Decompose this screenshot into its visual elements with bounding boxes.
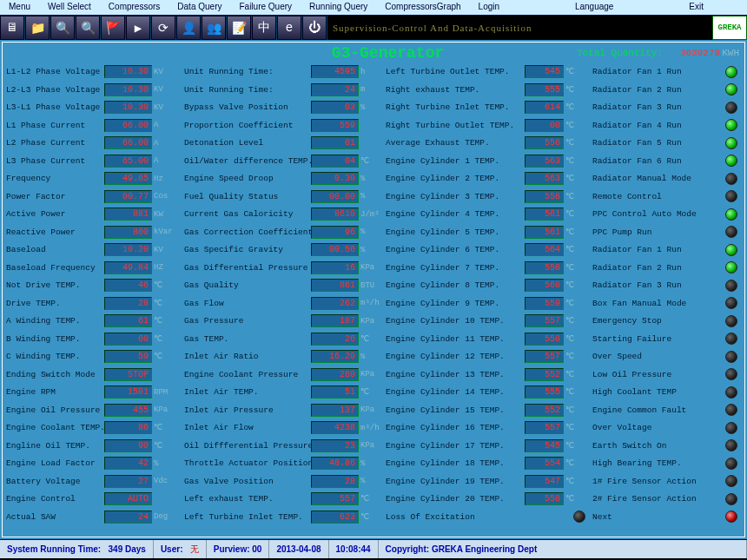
- data-row: Engine Coolant TEMP. 86℃: [4, 419, 182, 437]
- toolbar-btn-0[interactable]: 🖥: [0, 16, 24, 40]
- value-box: 558: [525, 261, 564, 274]
- toolbar-btn-1[interactable]: 📁: [25, 16, 50, 40]
- unit-label: ℃: [359, 512, 383, 522]
- data-row: Engine Cylinder 4 TEMP. 561℃: [384, 206, 591, 223]
- data-row: Fuel Quality Status 00.00%: [182, 188, 384, 206]
- field-label: L2-L3 Phase Voltage: [4, 85, 104, 95]
- data-row: Engine Oil Pressure 455KPa: [4, 402, 182, 419]
- copy-value: GREKA Engineering Dept: [432, 544, 537, 554]
- value-box: 42: [104, 457, 152, 470]
- field-label: Engine Coolant Pressure: [182, 370, 311, 379]
- menu-running-query[interactable]: Running Query: [301, 0, 376, 15]
- status-row: PPC Pump Run: [591, 224, 743, 241]
- value-box: AUTO: [104, 492, 152, 505]
- field-label: Actual SAW: [4, 512, 104, 522]
- toolbar-btn-5[interactable]: ▶: [126, 16, 150, 40]
- unit-label: h: [359, 68, 383, 76]
- unit-label: ℃: [564, 423, 588, 432]
- value-box: 65.00: [104, 155, 152, 168]
- unit-label: ℃: [564, 85, 588, 95]
- status-row: Radiator Fan 3 Run: [591, 99, 743, 116]
- data-row: Right exhaust TEMP. 555℃: [384, 82, 591, 99]
- menu-data-query[interactable]: Data Query: [169, 0, 230, 15]
- led-icon: [725, 190, 737, 202]
- data-row: Unit Running Time: 4595h: [182, 63, 384, 81]
- data-row: Engine Control AUTO: [4, 491, 182, 508]
- field-label: High Coolant TEMP: [591, 387, 708, 397]
- unit-label: KPa: [359, 405, 383, 414]
- field-label: Right Turbine Inlet TEMP.: [384, 102, 525, 112]
- field-label: Engine RPM: [4, 387, 104, 397]
- data-row: Active Power 881KW: [4, 206, 182, 223]
- field-label: Left Turbine Outlet TEMP.: [384, 67, 525, 76]
- menu-exit[interactable]: Exit: [680, 0, 712, 15]
- field-label: Engine Cylinder 12 TEMP.: [384, 352, 525, 361]
- field-label: High Bearing TEMP.: [591, 458, 708, 468]
- value-box: 66.00: [104, 136, 152, 149]
- field-label: Engine Cylinder 9 TEMP.: [384, 299, 525, 308]
- unit-label: ℃: [359, 156, 383, 166]
- data-row: Unit Running Time: 24m: [182, 82, 384, 99]
- menu-menu[interactable]: Menu: [0, 0, 39, 15]
- data-row: Frequency 49.85Hz: [4, 170, 182, 188]
- led-icon: [725, 297, 737, 309]
- toolbar-btn-4[interactable]: 🚩: [101, 16, 125, 40]
- unit-label: kVar: [152, 227, 176, 236]
- toolbar-btn-7[interactable]: 👤: [176, 16, 201, 40]
- field-label: Engine Cylinder 6 TEMP.: [384, 245, 525, 254]
- data-row: Engine Cylinder 12 TEMP. 557℃: [384, 348, 591, 366]
- unit-label: ℃: [564, 299, 588, 308]
- led-icon: [573, 511, 585, 523]
- field-label: Next: [591, 512, 708, 522]
- data-row: Engine Cylinder 18 TEMP. 554℃: [384, 455, 591, 472]
- value-box: 554: [525, 457, 564, 470]
- data-row: Detonation Level 01: [182, 135, 384, 152]
- data-row: L2 Phase Current 66.00A: [4, 135, 182, 152]
- led-icon: [725, 333, 737, 345]
- unit-label: ℃: [564, 441, 588, 451]
- column-1: L1-L2 Phase Voltage 10.30KV L2-L3 Phase …: [4, 63, 182, 532]
- value-box: 24: [311, 83, 359, 96]
- field-label: Engine Cylinder 8 TEMP.: [384, 280, 525, 290]
- toolbar-btn-9[interactable]: 📝: [227, 16, 251, 40]
- status-row[interactable]: Next: [591, 509, 743, 526]
- toolbar-btn-6[interactable]: ⟳: [151, 16, 175, 40]
- unit-label: ℃: [359, 494, 383, 504]
- status-row: PPC Control Auto Mode: [591, 206, 743, 223]
- unit-label: KPa: [152, 405, 176, 414]
- toolbar-btn-11[interactable]: e: [277, 16, 301, 40]
- menu-failure-query[interactable]: Failure Query: [230, 0, 301, 15]
- value-box: 557: [525, 314, 564, 327]
- menu-compressors[interactable]: Compressors: [100, 0, 169, 15]
- toolbar-btn-8[interactable]: 👥: [202, 16, 226, 40]
- led-icon: [725, 475, 737, 487]
- field-label: Engine Cylinder 10 TEMP.: [384, 316, 525, 326]
- menu-language[interactable]: Language: [566, 0, 623, 15]
- value-box: 107: [311, 314, 359, 327]
- menu-compressors-graph[interactable]: CompressorsGraph: [376, 0, 469, 15]
- menu-well-select[interactable]: Well Select: [39, 0, 100, 15]
- data-row: Engine RPM 1501RPM: [4, 384, 182, 401]
- data-row: Inlet Air Flow 4238m³/h: [182, 419, 384, 437]
- toolbar-btn-12[interactable]: ⏻: [302, 16, 327, 40]
- toolbar-btn-2[interactable]: 🔍: [50, 16, 75, 40]
- field-label: Frequency: [4, 174, 104, 183]
- unit-label: ℃: [564, 387, 588, 397]
- value-box: 49.84: [104, 261, 152, 274]
- menu-login[interactable]: Login: [470, 0, 508, 15]
- toolbar-btn-10[interactable]: 中: [252, 16, 276, 40]
- field-label: Engine Cylinder 19 TEMP.: [384, 477, 525, 486]
- unit-label: ℃: [152, 441, 176, 451]
- field-label: Over Speed: [591, 352, 708, 361]
- field-label: Baseload: [4, 245, 104, 254]
- value-box: 262: [311, 297, 359, 310]
- status-bar: System Running Time: 349 Days User: 无 Pu…: [0, 539, 747, 558]
- status-row: Radiator Fan 6 Run: [591, 153, 743, 170]
- toolbar-btn-3[interactable]: 🔍: [76, 16, 100, 40]
- value-box: 555: [525, 83, 564, 96]
- value-box: 04: [311, 155, 359, 168]
- unit-label: ℃: [564, 227, 588, 237]
- data-row: Inlet Air TEMP. 51℃: [182, 384, 384, 401]
- value-box: 547: [525, 475, 564, 488]
- unit-label: A: [152, 121, 176, 129]
